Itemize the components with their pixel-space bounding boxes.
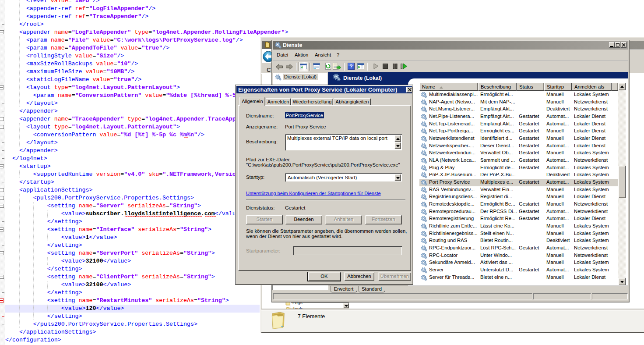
svg-text:?: ?: [349, 64, 352, 70]
